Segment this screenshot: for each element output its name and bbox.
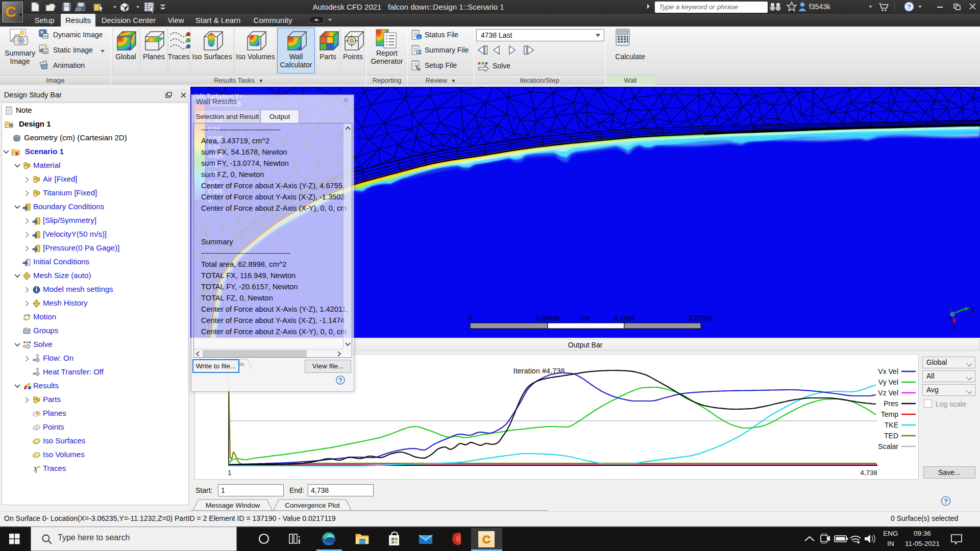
svg-text:Vz Vel: Vz Vel xyxy=(878,389,898,397)
svg-text:?: ? xyxy=(338,377,342,384)
svg-text:C: C xyxy=(5,3,16,20)
svg-text:cm: cm xyxy=(581,314,590,322)
svg-text:z: z xyxy=(948,314,952,322)
svg-text:TKE: TKE xyxy=(885,421,898,429)
svg-text:?: ? xyxy=(907,3,911,11)
svg-text:?: ? xyxy=(944,498,948,505)
svg-text:Vy Vel: Vy Vel xyxy=(878,378,898,386)
svg-text:0: 0 xyxy=(468,314,472,322)
svg-text:Convergence Plot: Convergence Plot xyxy=(285,502,340,509)
svg-text:1.09095: 1.09095 xyxy=(536,314,560,322)
svg-text:Pres: Pres xyxy=(884,399,898,408)
svg-text:Scalar: Scalar xyxy=(878,442,898,450)
svg-text:3.27285: 3.27285 xyxy=(689,314,713,322)
svg-text:y: y xyxy=(971,305,975,313)
svg-text:Vx Vel: Vx Vel xyxy=(878,367,898,375)
svg-text:Temp: Temp xyxy=(881,410,898,418)
svg-text:4,738: 4,738 xyxy=(860,469,877,477)
svg-text:Message Window: Message Window xyxy=(206,502,260,509)
svg-text:x: x xyxy=(952,322,956,331)
svg-text:TED: TED xyxy=(884,432,898,440)
svg-text:1: 1 xyxy=(228,469,232,477)
svg-text:C: C xyxy=(482,533,491,546)
svg-text:2.1819: 2.1819 xyxy=(614,314,634,322)
